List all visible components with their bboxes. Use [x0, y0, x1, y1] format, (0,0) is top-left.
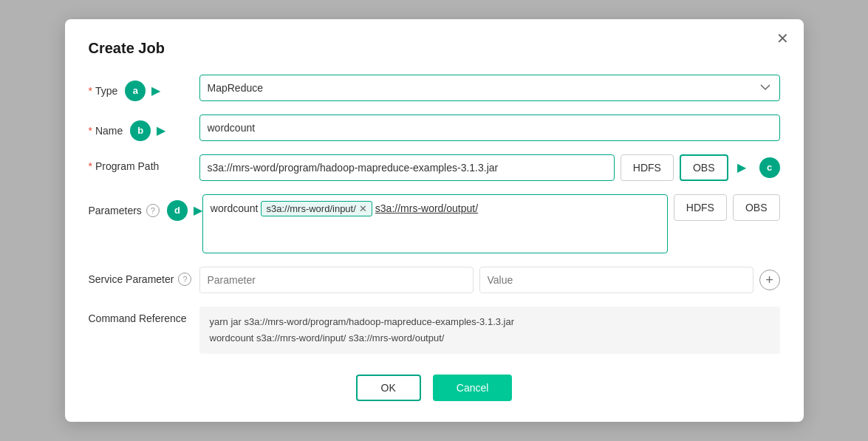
service-param-help-icon[interactable]: ?: [178, 273, 191, 286]
command-ref-row: Command Reference yarn jar s3a://mrs-wor…: [89, 307, 780, 354]
add-param-button[interactable]: +: [759, 270, 780, 290]
parameters-controls: wordcount s3a://mrs-word/input/ ✕ s3a://…: [202, 194, 780, 253]
required-star-name: *: [89, 125, 92, 137]
arrow-right-icon-d: ▶: [194, 203, 202, 217]
program-path-input[interactable]: [199, 154, 615, 181]
service-param-label: Service Parameter ?: [89, 267, 199, 286]
service-param-row: Service Parameter ? +: [89, 267, 780, 293]
remove-param-input[interactable]: ✕: [359, 203, 367, 214]
step-badge-c: c: [759, 157, 780, 178]
parameters-area[interactable]: wordcount s3a://mrs-word/input/ ✕ s3a://…: [202, 194, 668, 253]
name-input[interactable]: [199, 114, 780, 141]
param-tag-input: s3a://mrs-word/input/ ✕: [261, 201, 372, 216]
hdfs-button-path[interactable]: HDFS: [621, 154, 674, 181]
command-ref-label: Command Reference: [89, 307, 199, 324]
arrow-right-icon-b: ▶: [157, 123, 165, 137]
modal-title: Create Job: [89, 40, 780, 57]
step-badge-d: d: [167, 200, 188, 221]
close-button[interactable]: ✕: [776, 31, 789, 46]
command-ref-line1: yarn jar s3a://mrs-word/program/hadoop-m…: [210, 314, 770, 330]
type-label: * Type a ▶: [89, 75, 199, 101]
cancel-button[interactable]: Cancel: [433, 375, 513, 401]
param-tag-text: s3a://mrs-word/input/: [266, 203, 355, 214]
param-wordcount: wordcount: [211, 201, 259, 216]
program-path-controls: HDFS OBS ▶ c: [199, 154, 780, 181]
parameters-label: Parameters ? d ▶: [89, 194, 202, 221]
parameter-input[interactable]: [199, 267, 474, 293]
step-badge-a: a: [125, 81, 146, 101]
arrow-right-icon: ▶: [151, 83, 160, 98]
required-star: *: [89, 85, 92, 97]
command-ref-area: yarn jar s3a://mrs-word/program/hadoop-m…: [199, 307, 780, 354]
service-param-controls: +: [199, 267, 780, 293]
parameters-row: Parameters ? d ▶ wordcount s3a://mrs-wor…: [89, 194, 780, 253]
obs-button-params[interactable]: OBS: [733, 194, 780, 221]
type-row: * Type a ▶ MapReduce: [89, 75, 780, 101]
obs-button-path[interactable]: OBS: [680, 154, 728, 181]
create-job-modal: ✕ Create Job * Type a ▶ MapReduce * Name…: [65, 19, 804, 422]
program-path-label: * Program Path: [89, 154, 199, 172]
value-input[interactable]: [479, 267, 753, 293]
footer: OK Cancel: [89, 375, 780, 401]
name-row: * Name b ▶: [89, 114, 780, 141]
parameters-help-icon[interactable]: ?: [146, 204, 160, 217]
name-controls: [199, 114, 780, 141]
hdfs-button-params[interactable]: HDFS: [674, 194, 727, 221]
type-select[interactable]: MapReduce: [199, 75, 780, 101]
required-star-path: *: [89, 160, 92, 172]
name-label: * Name b ▶: [89, 114, 199, 141]
param-output: s3a://mrs-word/output/: [375, 201, 478, 216]
ok-button[interactable]: OK: [356, 375, 421, 401]
arrow-right-icon-c: ▶: [737, 160, 746, 174]
type-controls: MapReduce: [199, 75, 780, 101]
command-ref-line2: wordcount s3a://mrs-word/input/ s3a://mr…: [210, 330, 770, 346]
step-badge-b: b: [130, 120, 151, 141]
program-path-row: * Program Path HDFS OBS ▶ c: [89, 154, 780, 181]
